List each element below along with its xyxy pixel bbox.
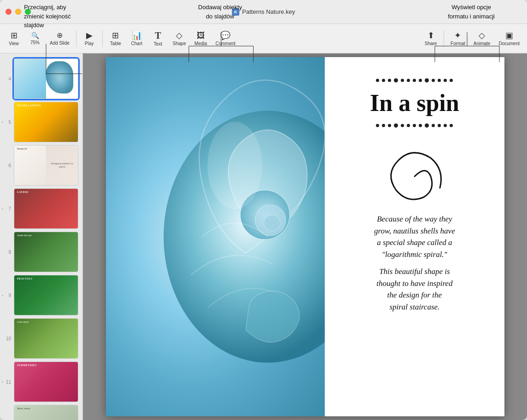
- slide-thumb-content-7: LAYERS: [14, 189, 78, 228]
- dot-10: [432, 79, 435, 82]
- close-button[interactable]: [6, 9, 12, 15]
- slide-item-7[interactable]: › 7 LAYERS: [0, 187, 82, 230]
- slide-thumb-content-10: Look closer: [14, 319, 78, 358]
- dot-8: [419, 79, 422, 82]
- view-label: View: [9, 41, 19, 46]
- shape-button[interactable]: ◇ Shape: [169, 29, 190, 48]
- dot-7: [413, 79, 416, 82]
- chevron-7: ›: [2, 207, 3, 211]
- animate-button[interactable]: ◇ Animate: [470, 29, 494, 48]
- play-icon: ▶: [86, 31, 93, 40]
- comment-button[interactable]: 💬 Comment: [212, 29, 239, 48]
- slide-thumbnail-11: SYMMETRIES: [14, 362, 78, 402]
- dot-2: [382, 79, 385, 82]
- shape-icon: ◇: [176, 31, 182, 40]
- share-button[interactable]: ⬆ Share: [421, 29, 441, 48]
- slide-canvas[interactable]: In a spin: [106, 57, 504, 416]
- slide-number-7: 7: [4, 206, 11, 211]
- slide-item-5[interactable]: › 5 TESSELLATIONS: [0, 100, 82, 144]
- slide-number-6: 6: [4, 163, 11, 168]
- table-label: Table: [110, 41, 121, 46]
- share-icon: ⬆: [427, 31, 434, 40]
- canvas-area: In a spin: [83, 53, 527, 420]
- slide-content-right: In a spin: [325, 57, 504, 416]
- dot-b10: [432, 124, 435, 127]
- document-button[interactable]: ▣ Document: [495, 29, 523, 48]
- separator-1: [76, 30, 76, 47]
- view-button[interactable]: ⊞ View: [4, 29, 24, 48]
- zoom-button[interactable]: 🔍 75%: [25, 30, 45, 47]
- dot-line-bottom: [343, 123, 486, 128]
- slide-thumbnail-8: Under the sea: [14, 232, 78, 272]
- slide-item-12[interactable]: 12 Mirror, mirror: [0, 403, 82, 420]
- slide-number-8: 8: [4, 250, 11, 255]
- dot-b1: [376, 124, 379, 127]
- media-icon: 🖼: [197, 31, 205, 40]
- slide-item-6[interactable]: 6 Perfect fit hexagonal patterns in natu…: [0, 144, 82, 187]
- dot-line-top: [343, 78, 486, 82]
- slide-thumbnail-4: In a spin: [14, 58, 78, 99]
- shell-area: [106, 57, 325, 416]
- dot-b5: [401, 124, 404, 127]
- play-label: Play: [85, 41, 94, 46]
- comment-label: Comment: [216, 41, 235, 46]
- slide-item-4[interactable]: 4 In a spin: [0, 57, 82, 100]
- document-label: Document: [498, 41, 520, 46]
- slide-thumbnail-5: TESSELLATIONS: [14, 102, 78, 142]
- dot-b7: [413, 124, 416, 127]
- slide-panel[interactable]: 4 In a spin › 5 TESSELLATIONS: [0, 53, 83, 420]
- animate-label: Animate: [474, 41, 491, 46]
- slide-thumbnail-12: Mirror, mirror: [14, 405, 78, 420]
- shape-label: Shape: [173, 41, 186, 46]
- dot-b6: [407, 124, 410, 127]
- separator-2: [102, 30, 103, 47]
- maximize-button[interactable]: [25, 9, 31, 15]
- text-icon: T: [155, 31, 161, 40]
- toolbar: ⊞ View 🔍 75% ⊕ Add Slide ▶ Play ⊞ Table …: [0, 24, 527, 53]
- slide-item-10[interactable]: 10 Look closer: [0, 317, 82, 360]
- chart-icon: 📊: [132, 31, 142, 40]
- comment-icon: 💬: [220, 31, 230, 40]
- window-title-area: K Patterns Nature.key: [232, 8, 295, 16]
- dot-b9: [425, 123, 429, 128]
- dot-5: [401, 79, 404, 82]
- svg-point-3: [264, 215, 281, 231]
- slide-item-11[interactable]: › 11 SYMMETRIES: [0, 360, 82, 403]
- spiral-svg: [382, 144, 447, 209]
- dot-b3: [388, 124, 391, 127]
- text-button[interactable]: T Text: [148, 29, 168, 48]
- dot-b11: [438, 124, 441, 127]
- dot-11: [438, 79, 441, 82]
- separator-3: [444, 30, 444, 47]
- dot-6: [407, 79, 410, 82]
- dot-b8: [419, 124, 422, 127]
- slide-thumb-content-12: Mirror, mirror: [14, 405, 78, 420]
- slide-thumbnail-10: Look closer: [14, 318, 78, 359]
- table-button[interactable]: ⊞ Table: [105, 29, 126, 48]
- format-button[interactable]: ✦ Format: [447, 29, 469, 48]
- slide-thumb-content-9: FRACTALS: [14, 275, 78, 315]
- shell-svg: [136, 57, 325, 416]
- dot-b13: [450, 124, 453, 127]
- animate-icon: ◇: [479, 31, 485, 40]
- slide-item-9[interactable]: › 9 FRACTALS: [0, 274, 82, 317]
- share-label: Share: [425, 41, 437, 46]
- dot-b4: [394, 123, 398, 128]
- zoom-icon: 🔍: [31, 32, 39, 39]
- slide-number-11: 11: [4, 379, 11, 385]
- slide-thumb-content-4: In a spin: [14, 59, 78, 99]
- media-button[interactable]: 🖼 Media: [191, 29, 211, 48]
- slide-thumb-content-6: Perfect fit hexagonal patterns in nature: [14, 146, 78, 185]
- play-button[interactable]: ▶ Play: [79, 29, 100, 48]
- minimize-button[interactable]: [15, 9, 21, 15]
- view-icon: ⊞: [11, 31, 18, 40]
- slide-title: In a spin: [370, 90, 459, 116]
- slide-body-2: This beautiful shape is thought to have …: [376, 266, 452, 313]
- add-slide-button[interactable]: ⊕ Add Slide: [46, 30, 73, 47]
- slide-number-10: 10: [4, 336, 11, 341]
- format-label: Format: [451, 41, 465, 46]
- spiral-container: [382, 144, 447, 209]
- slide-item-8[interactable]: 8 Under the sea: [0, 230, 82, 274]
- slide-thumbnail-7: LAYERS: [14, 188, 78, 229]
- chart-button[interactable]: 📊 Chart: [127, 29, 147, 48]
